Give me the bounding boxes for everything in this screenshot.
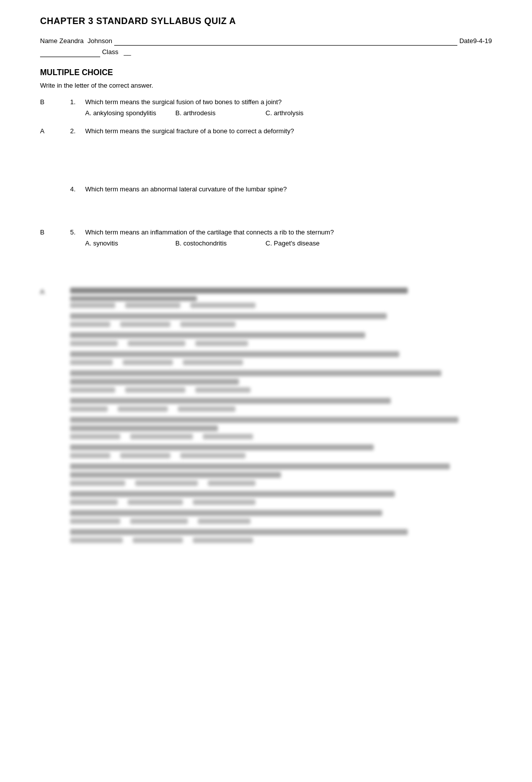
blurred-row-17 <box>40 529 492 543</box>
blurred-content-9 <box>70 351 492 365</box>
question-2: A 2. Which term means the surgical fract… <box>40 127 492 136</box>
blurred-row-9 <box>40 351 492 365</box>
blurred-choice-11b <box>118 406 168 412</box>
blurred-q-text-10 <box>70 370 441 376</box>
question-2-row: A 2. Which term means the surgical fract… <box>40 127 492 136</box>
blurred-q-text-11 <box>70 398 391 404</box>
blurred-choices-7 <box>70 322 492 327</box>
blurred-choice-10c <box>195 387 250 393</box>
blurred-choice-13b <box>120 453 170 458</box>
blurred-choice-15a <box>70 499 118 505</box>
blurred-choices-10 <box>70 387 492 393</box>
blurred-row-7 <box>40 313 492 327</box>
blurred-choices-16 <box>70 518 492 524</box>
name-underline <box>114 45 457 46</box>
blurred-content-15 <box>70 491 492 505</box>
q3-spacer <box>40 145 492 185</box>
header-row: Name Zeandra Johnson Date9-4-19 <box>40 36 492 46</box>
blurred-choice-9b <box>123 360 173 365</box>
blurred-choice-17b <box>133 538 183 543</box>
blurred-row-14 <box>40 463 492 486</box>
blurred-choice-17c <box>193 538 253 543</box>
blurred-row-11 <box>40 398 492 412</box>
blurred-content-10 <box>70 370 492 393</box>
blurred-choices-12 <box>70 434 492 439</box>
date-label: Date <box>459 37 473 45</box>
q-text-5: Which term means an inflammation of the … <box>85 228 492 237</box>
blurred-row-16 <box>40 510 492 524</box>
blurred-q-text-13 <box>70 444 374 450</box>
blurred-content-17 <box>70 529 492 543</box>
blurred-row-15 <box>40 491 492 505</box>
blurred-content-13 <box>70 444 492 458</box>
question-1-row: B 1. Which term means the surgical fusio… <box>40 98 492 107</box>
answer-5: B <box>40 228 70 237</box>
blurred-choices-14 <box>70 480 492 486</box>
question-5: B 5. Which term means an inflammation of… <box>40 228 492 248</box>
blurred-choice-8b <box>128 341 185 346</box>
blurred-content-12 <box>70 417 492 439</box>
q-text-4: Which term means an abnormal lateral cur… <box>85 185 492 194</box>
blurred-q-text-15 <box>70 491 395 497</box>
class-blank: __ <box>124 48 131 56</box>
blurred-choice-12c <box>203 434 253 439</box>
instruction: Write in the letter of the correct answe… <box>40 81 492 90</box>
blurred-choices-9 <box>70 360 492 365</box>
choice-1a: A. ankylosing spondylitis <box>85 109 175 118</box>
choice-1b: B. arthrodesis <box>175 109 265 118</box>
q-number-5: 5. <box>70 228 85 237</box>
spacer-after-4 <box>40 203 492 228</box>
class-line: Class __ <box>40 48 492 57</box>
blurred-content-16 <box>70 510 492 524</box>
q-text-2: Which term means the surgical fracture o… <box>85 127 492 136</box>
blurred-choice-14c <box>208 480 255 486</box>
blurred-choice-6c <box>190 303 255 308</box>
blurred-row-6: A <box>40 288 492 308</box>
blurred-choice-14b <box>135 480 198 486</box>
blurred-q-text-8 <box>70 332 365 338</box>
blurred-choices-6 <box>70 303 492 308</box>
date-value: 9-4-19 <box>473 37 492 45</box>
q-number-4: 4. <box>70 185 85 194</box>
question-4: 4. Which term means an abnormal lateral … <box>40 185 492 194</box>
question-5-row: B 5. Which term means an inflammation of… <box>40 228 492 237</box>
name-value-first: Zeandra <box>60 37 84 46</box>
blurred-q-text-12 <box>70 417 458 423</box>
question-1: B 1. Which term means the surgical fusio… <box>40 98 492 118</box>
blurred-choice-16a <box>70 518 120 524</box>
name-label: Name <box>40 37 58 46</box>
blurred-row-12 <box>40 417 492 439</box>
spacer-before-blurred <box>40 257 492 288</box>
blurred-choice-11c <box>178 406 235 412</box>
blurred-choice-11a <box>70 406 108 412</box>
blurred-choice-7c <box>180 322 235 327</box>
blurred-choice-10b <box>125 387 185 393</box>
blurred-content-14 <box>70 463 492 486</box>
blurred-choice-12a <box>70 434 120 439</box>
blurred-q-text-9 <box>70 351 399 357</box>
blurred-choice-15b <box>128 499 183 505</box>
blurred-q-text-14 <box>70 463 450 469</box>
blurred-row-10 <box>40 370 492 393</box>
blurred-q-text-7 <box>70 313 387 319</box>
question-4-row: 4. Which term means an abnormal lateral … <box>40 185 492 194</box>
blurred-choice-9c <box>183 360 243 365</box>
blurred-choice-17a <box>70 538 123 543</box>
choices-1: A. ankylosing spondylitis B. arthrodesis… <box>85 109 492 118</box>
blurred-choice-16c <box>198 518 250 524</box>
blurred-content-11 <box>70 398 492 412</box>
blurred-choice-13c <box>180 453 245 458</box>
blurred-choices-17 <box>70 538 492 543</box>
blurred-content-7 <box>70 313 492 327</box>
blurred-choice-8a <box>70 341 118 346</box>
blurred-choice-12b <box>130 434 193 439</box>
choice-5a: A. synovitis <box>85 239 175 248</box>
blurred-choice-9a <box>70 360 113 365</box>
blurred-q-text-16 <box>70 510 382 516</box>
blurred-choices-15 <box>70 499 492 505</box>
choice-1c: C. arthrolysis <box>265 109 356 118</box>
blurred-q-text-14b <box>70 472 281 478</box>
blurred-q-text-6b <box>70 296 197 301</box>
q-number-2: 2. <box>70 127 85 136</box>
blurred-q-text-6 <box>70 288 408 294</box>
